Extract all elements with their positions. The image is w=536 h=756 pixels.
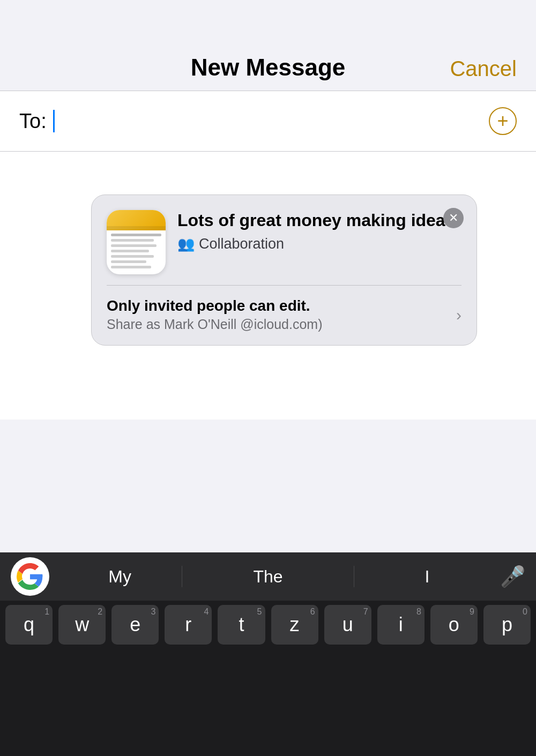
card-bottom[interactable]: Only invited people can edit. Share as M… (107, 285, 461, 345)
notes-line (111, 260, 146, 263)
plus-icon: + (497, 110, 508, 132)
card-bottom-text: Only invited people can edit. Share as M… (107, 297, 451, 332)
key-i[interactable]: 8i (377, 605, 425, 645)
key-u[interactable]: 7u (324, 605, 371, 645)
notes-line (111, 255, 154, 258)
predictive-left-group: My (11, 557, 182, 596)
key-z[interactable]: 6z (271, 605, 318, 645)
predictive-item-i[interactable]: I (354, 567, 500, 587)
notes-line (111, 244, 157, 247)
predictive-item-the[interactable]: The (182, 567, 353, 587)
close-card-button[interactable]: ✕ (443, 208, 464, 228)
share-card: Lots of great money making ideas 👥 Colla… (91, 194, 477, 346)
header: New Message Cancel (0, 0, 536, 91)
google-svg (17, 563, 43, 590)
keyboard: My The I 🎤 1q 2w 3e 4r 5t (0, 552, 536, 756)
notes-app-icon (107, 210, 166, 274)
page-title: New Message (191, 54, 346, 81)
to-label: To: (19, 110, 47, 133)
google-icon[interactable] (11, 557, 49, 596)
card-title: Lots of great money making ideas (177, 210, 461, 230)
key-row-qwerty: 1q 2w 3e 4r 5t 6z 7u 8i (5, 605, 531, 645)
notes-line (111, 239, 154, 242)
notes-icon-lines (107, 230, 166, 274)
to-cursor (53, 110, 55, 132)
key-r[interactable]: 4r (165, 605, 212, 645)
key-q[interactable]: 1q (5, 605, 53, 645)
add-recipient-button[interactable]: + (489, 107, 517, 135)
card-info: Lots of great money making ideas 👥 Colla… (177, 210, 461, 252)
key-w[interactable]: 2w (58, 605, 106, 645)
share-card-top: Lots of great money making ideas 👥 Colla… (107, 210, 461, 274)
body-area: Lots of great money making ideas 👥 Colla… (0, 152, 536, 420)
notes-line (111, 250, 149, 252)
permission-title: Only invited people can edit. (107, 297, 451, 315)
chevron-right-icon: › (456, 306, 461, 324)
notes-line (111, 266, 151, 268)
key-p[interactable]: 0p (483, 605, 531, 645)
collaboration-icon: 👥 (177, 236, 195, 252)
card-collab: 👥 Collaboration (177, 236, 461, 252)
keyboard-rows: 1q 2w 3e 4r 5t 6z 7u 8i (0, 601, 536, 645)
cancel-button[interactable]: Cancel (450, 57, 517, 81)
close-icon: ✕ (449, 211, 458, 225)
notes-line (111, 234, 161, 236)
key-e[interactable]: 3e (111, 605, 159, 645)
to-row: To: + (0, 91, 536, 152)
microphone-icon[interactable]: 🎤 (500, 565, 525, 588)
predictive-bar: My The I 🎤 (0, 552, 536, 601)
predictive-item-my[interactable]: My (58, 567, 182, 587)
key-t[interactable]: 5t (218, 605, 265, 645)
share-as-label: Share as Mark O'Neill @icloud.com) (107, 317, 451, 332)
collaboration-label: Collaboration (199, 236, 284, 252)
key-o[interactable]: 9o (430, 605, 478, 645)
notes-icon-top (107, 210, 166, 230)
